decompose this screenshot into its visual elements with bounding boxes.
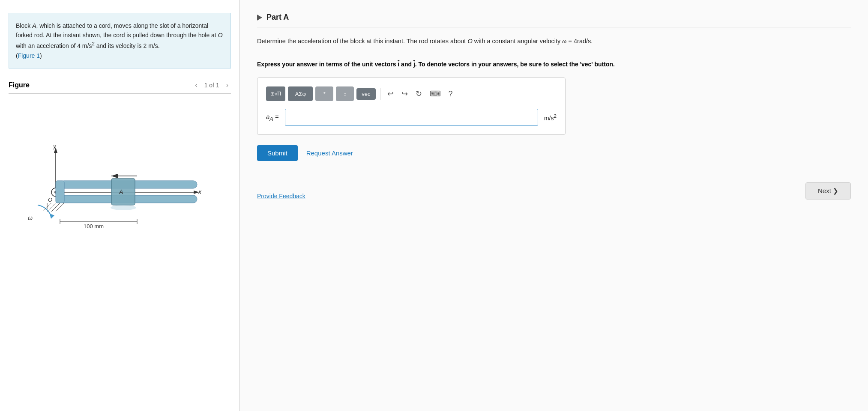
bottom-row: Provide Feedback Next ❯ (257, 182, 851, 200)
next-button[interactable]: Next ❯ (805, 182, 851, 200)
vec-button[interactable]: vec (356, 88, 375, 100)
answer-label: aA = (266, 113, 279, 122)
redo-button[interactable]: ↪ (399, 87, 410, 100)
next-label: Next ❯ (818, 187, 838, 195)
problem-text: Block A, which is attached to a cord, mo… (16, 22, 223, 59)
right-panel: Part A Determine the acceleration of the… (240, 0, 868, 411)
keyboard-button[interactable]: ⌨ (427, 87, 443, 100)
help-button[interactable]: ? (446, 88, 455, 100)
figure-header: Figure ‹ 1 of 1 › (9, 77, 231, 94)
figure-next-button[interactable]: › (224, 80, 231, 90)
submit-button[interactable]: Submit (257, 145, 298, 161)
figure-page-indicator: 1 of 1 (204, 82, 219, 89)
answer-input[interactable] (285, 109, 538, 126)
toolbar-separator-1 (380, 88, 380, 100)
request-answer-button[interactable]: Request Answer (306, 149, 353, 157)
part-label: Part A (266, 13, 289, 22)
answer-unit: m/s2 (544, 113, 557, 122)
part-header: Part A (257, 13, 851, 27)
action-row: Submit Request Answer (257, 145, 851, 161)
matrix-sqrt-button[interactable]: ⊞√Π (266, 86, 285, 101)
svg-rect-14 (56, 181, 64, 203)
answer-row: aA = m/s2 (266, 109, 557, 126)
input-area-box: ⊞√Π ΑΣφ * ↕ vec ↩ ↪ ↻ ⌨ ? aA = (257, 77, 566, 135)
figure-link[interactable]: Figure 1 (18, 52, 40, 59)
svg-text:ω: ω (28, 214, 33, 221)
svg-text:A: A (119, 188, 123, 195)
figure-title: Figure (9, 81, 30, 89)
svg-text:O: O (48, 197, 52, 203)
refresh-button[interactable]: ↻ (413, 87, 425, 100)
left-panel: Block A, which is attached to a cord, mo… (0, 0, 240, 411)
svg-point-28 (111, 205, 136, 210)
math-toolbar: ⊞√Π ΑΣφ * ↕ vec ↩ ↪ ↻ ⌨ ? (266, 86, 557, 101)
figure-prev-button[interactable]: ‹ (192, 80, 200, 90)
misc-button[interactable]: * (315, 86, 333, 101)
diagram-svg: y x O ω (9, 107, 214, 235)
figure-nav-controls: ‹ 1 of 1 › (192, 80, 231, 90)
svg-text:x: x (198, 188, 202, 195)
question-text: Determine the acceleration of the block … (257, 36, 851, 47)
svg-text:100 mm: 100 mm (84, 223, 104, 229)
svg-rect-17 (111, 179, 135, 205)
greek-symbols-button[interactable]: ΑΣφ (288, 86, 313, 101)
svg-rect-0 (9, 107, 214, 235)
instruction-text: Express your answer in terms of the unit… (257, 60, 851, 69)
undo-button[interactable]: ↩ (385, 87, 396, 100)
feedback-button[interactable]: Provide Feedback (257, 193, 305, 200)
arrows-button[interactable]: ↕ (336, 86, 354, 101)
collapse-icon[interactable] (257, 15, 262, 21)
problem-text-box: Block A, which is attached to a cord, mo… (9, 13, 231, 68)
figure-area: y x O ω (9, 102, 231, 241)
